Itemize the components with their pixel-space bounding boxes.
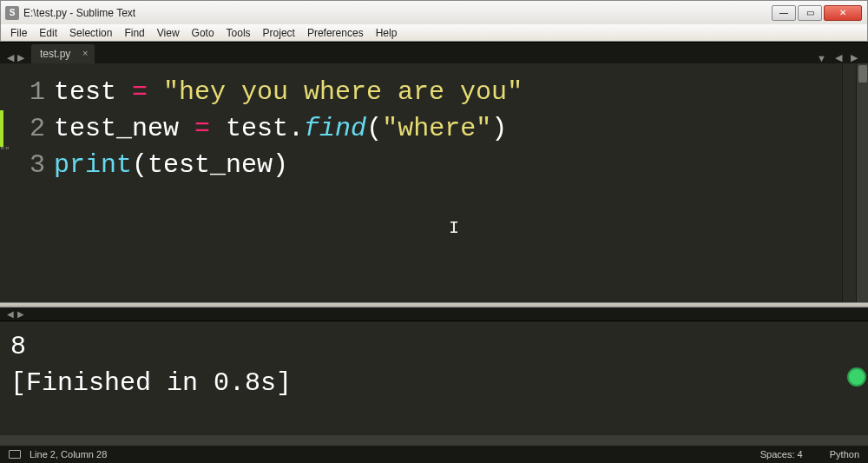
close-button[interactable]: ✕ (824, 5, 862, 21)
editor-pane[interactable]: "" 1 2 3 test = "hey you where are you" … (0, 63, 868, 302)
code-area[interactable]: test = "hey you where are you" test_new … (54, 63, 842, 302)
status-position[interactable]: Line 2, Column 28 (30, 449, 107, 460)
maximize-button[interactable]: ▭ (798, 5, 822, 21)
output-line: [Finished in 0.8s] (10, 365, 858, 401)
menu-bar: File Edit Selection Find View Goto Tools… (0, 24, 868, 42)
window-titlebar: S E:\test.py - Sublime Text — ▭ ✕ (0, 0, 868, 24)
scrollbar-thumb[interactable] (858, 65, 867, 83)
menu-tools[interactable]: Tools (220, 25, 257, 41)
tab-testpy[interactable]: test.py × (31, 44, 95, 63)
app-icon: S (5, 6, 19, 20)
tab-label: test.py (40, 48, 70, 60)
fold-marker: "" (0, 146, 10, 157)
output-scrollbar[interactable] (0, 435, 868, 446)
status-bar: Line 2, Column 28 Spaces: 4 Python (0, 446, 868, 463)
tab-dropdown-icon[interactable]: ▼ (817, 53, 826, 63)
output-next-icon[interactable]: ▶ (17, 309, 24, 319)
menu-file[interactable]: File (4, 25, 33, 41)
tab-next-icon[interactable]: ▶ (17, 52, 24, 63)
line-edit-marker (0, 110, 3, 147)
output-prev-icon[interactable]: ◀ (7, 309, 14, 319)
status-syntax[interactable]: Python (830, 449, 859, 460)
minimize-button[interactable]: — (772, 5, 796, 21)
menu-help[interactable]: Help (370, 25, 404, 41)
status-spaces[interactable]: Spaces: 4 (760, 449, 803, 460)
split-next-icon[interactable]: ▶ (851, 52, 858, 63)
menu-preferences[interactable]: Preferences (301, 25, 370, 41)
tab-close-icon[interactable]: × (82, 48, 88, 58)
window-controls: — ▭ ✕ (772, 5, 867, 21)
code-line-1[interactable]: test = "hey you where are you" (54, 74, 842, 110)
line-number: 1 (0, 74, 45, 110)
menu-goto[interactable]: Goto (186, 25, 220, 41)
menu-selection[interactable]: Selection (63, 25, 118, 41)
line-number-gutter: 1 2 3 (0, 63, 54, 302)
code-line-3[interactable]: print(test_new) (54, 147, 842, 183)
text-cursor-icon: I (449, 216, 459, 241)
menu-project[interactable]: Project (257, 25, 301, 41)
menu-view[interactable]: View (151, 25, 186, 41)
tab-prev-icon[interactable]: ◀ (7, 52, 14, 63)
minimap[interactable] (842, 63, 856, 302)
menu-edit[interactable]: Edit (33, 25, 63, 41)
menu-find[interactable]: Find (118, 25, 150, 41)
line-number: 2 (0, 110, 45, 147)
panel-switcher-icon[interactable] (9, 450, 21, 459)
tab-bar: ◀ ▶ test.py × ▼ ◀ ▶ (0, 42, 868, 63)
code-line-2[interactable]: test_new = test.find("where") (54, 110, 842, 147)
window-title: E:\test.py - Sublime Text (23, 7, 772, 19)
record-badge-icon (847, 367, 866, 387)
editor-scrollbar[interactable] (856, 63, 868, 302)
split-prev-icon[interactable]: ◀ (835, 52, 842, 63)
output-line: 8 (10, 328, 858, 365)
output-panel[interactable]: 8 [Finished in 0.8s] (0, 321, 868, 435)
tab-nav: ◀ ▶ (7, 52, 24, 63)
output-nav: ◀ ▶ (0, 308, 868, 321)
